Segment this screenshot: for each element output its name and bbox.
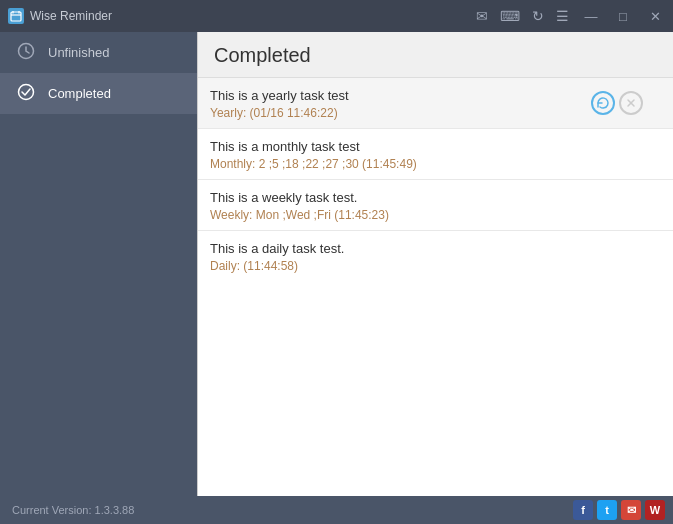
menu-icon[interactable]: ☰	[556, 8, 569, 24]
sidebar-unfinished-label: Unfinished	[48, 45, 109, 60]
email-icon[interactable]: ✉	[476, 8, 488, 24]
task-restore-button[interactable]	[591, 91, 615, 115]
task-subtitle-weekly: Weekly: Mon ;Wed ;Fri (11:45:23)	[210, 208, 661, 222]
social-icons: f t ✉ W	[573, 500, 665, 520]
svg-point-5	[19, 84, 34, 99]
app-icon	[8, 8, 24, 24]
task-title-weekly: This is a weekly task test.	[210, 190, 661, 205]
task-item-monthly: This is a monthly task test Monthly: 2 ;…	[198, 129, 673, 180]
task-close-button[interactable]	[619, 91, 643, 115]
task-actions-yearly	[591, 91, 643, 115]
keyboard-icon[interactable]: ⌨	[500, 8, 520, 24]
title-bar-left: Wise Reminder	[8, 8, 112, 24]
footer: Current Version: 1.3.3.88 f t ✉ W	[0, 496, 673, 524]
facebook-icon[interactable]: f	[573, 500, 593, 520]
main-area: Unfinished Completed Completed This is a…	[0, 32, 673, 496]
title-bar: Wise Reminder ✉ ⌨ ↻ ☰ — □ ✕	[0, 0, 673, 32]
minimize-button[interactable]: —	[581, 6, 601, 26]
close-button[interactable]: ✕	[645, 6, 665, 26]
task-subtitle-monthly: Monthly: 2 ;5 ;18 ;22 ;27 ;30 (11:45:49)	[210, 157, 661, 171]
content-area: Completed This is a yearly task test Yea…	[197, 32, 673, 496]
task-item-weekly: This is a weekly task test. Weekly: Mon …	[198, 180, 673, 231]
title-bar-controls: ✉ ⌨ ↻ ☰ — □ ✕	[476, 6, 665, 26]
sidebar: Unfinished Completed	[0, 32, 197, 496]
content-header: Completed	[198, 32, 673, 77]
task-item-daily: This is a daily task test. Daily: (11:44…	[198, 231, 673, 281]
task-subtitle-daily: Daily: (11:44:58)	[210, 259, 661, 273]
sidebar-completed-label: Completed	[48, 86, 111, 101]
task-title-monthly: This is a monthly task test	[210, 139, 661, 154]
unfinished-icon	[16, 42, 36, 64]
email-social-icon[interactable]: ✉	[621, 500, 641, 520]
task-item-yearly: This is a yearly task test Yearly: (01/1…	[198, 78, 673, 129]
version-label: Current Version: 1.3.3.88	[12, 504, 134, 516]
twitter-icon[interactable]: t	[597, 500, 617, 520]
website-icon[interactable]: W	[645, 500, 665, 520]
completed-icon	[16, 83, 36, 105]
app-title: Wise Reminder	[30, 9, 112, 23]
refresh-icon[interactable]: ↻	[532, 8, 544, 24]
sidebar-item-unfinished[interactable]: Unfinished	[0, 32, 197, 73]
sidebar-item-completed[interactable]: Completed	[0, 73, 197, 114]
task-list: This is a yearly task test Yearly: (01/1…	[198, 77, 673, 496]
maximize-button[interactable]: □	[613, 6, 633, 26]
task-title-daily: This is a daily task test.	[210, 241, 661, 256]
